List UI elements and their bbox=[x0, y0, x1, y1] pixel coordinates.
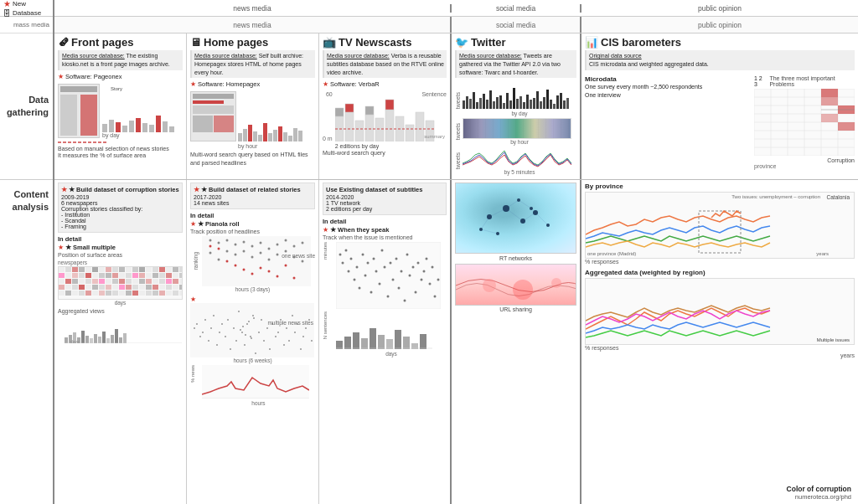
svg-rect-182 bbox=[159, 291, 165, 296]
svg-rect-92 bbox=[65, 267, 71, 272]
survey-grid: 1 2 3 The three most important Problems bbox=[754, 75, 855, 169]
data-gathering-row: 🗞 Front pages Media source database: The… bbox=[54, 33, 858, 180]
svg-point-263 bbox=[255, 352, 256, 354]
agg-responses-label: % responses bbox=[585, 345, 855, 351]
svg-rect-146 bbox=[173, 279, 178, 284]
database-item: 🗄 Database bbox=[3, 9, 49, 18]
svg-rect-69 bbox=[560, 93, 562, 109]
svg-rect-88 bbox=[821, 114, 838, 122]
svg-point-327 bbox=[434, 296, 437, 298]
svg-point-303 bbox=[367, 262, 370, 265]
pianola-scatter-svg bbox=[190, 303, 314, 357]
svg-rect-58 bbox=[523, 102, 525, 109]
tv-detail-label: In detail bbox=[323, 218, 447, 225]
svg-rect-111 bbox=[65, 273, 71, 278]
svg-rect-120 bbox=[126, 273, 132, 278]
svg-rect-134 bbox=[92, 279, 98, 284]
data-gathering-label: Datagathering bbox=[7, 94, 49, 120]
svg-rect-22 bbox=[288, 136, 292, 141]
tv-y-axis: 60 0 m bbox=[323, 91, 333, 141]
svg-point-274 bbox=[286, 327, 287, 329]
svg-point-250 bbox=[219, 332, 220, 333]
svg-point-309 bbox=[384, 266, 386, 269]
svg-rect-339 bbox=[420, 334, 426, 349]
svg-point-276 bbox=[292, 315, 293, 316]
svg-point-209 bbox=[218, 248, 220, 250]
svg-point-287 bbox=[248, 321, 250, 322]
svg-rect-165 bbox=[173, 285, 178, 290]
svg-point-207 bbox=[209, 252, 212, 255]
svg-rect-49 bbox=[493, 101, 495, 109]
svg-point-300 bbox=[359, 287, 361, 290]
svg-rect-334 bbox=[378, 335, 385, 349]
svg-point-212 bbox=[226, 250, 229, 253]
svg-point-328 bbox=[437, 279, 440, 281]
svg-rect-112 bbox=[72, 273, 78, 278]
svg-rect-194 bbox=[94, 334, 97, 343]
microdata-title: Microdata bbox=[585, 75, 751, 83]
microdata-detail: One survey every month ~2,500 respondent… bbox=[585, 83, 751, 91]
tv-chart: Sentence summary 2 editions by day bbox=[335, 91, 447, 149]
svg-rect-147 bbox=[179, 279, 182, 284]
home-bar-svg bbox=[238, 91, 309, 141]
svg-point-286 bbox=[245, 334, 246, 336]
svg-rect-185 bbox=[179, 291, 182, 296]
header-row: ★ New 🗄 Database news media social media… bbox=[0, 0, 858, 17]
svg-rect-29 bbox=[355, 121, 364, 141]
tv-track-sub: Track when the issue is mentioned bbox=[323, 234, 447, 240]
social-media-label: social media bbox=[496, 4, 535, 13]
svg-point-273 bbox=[283, 344, 285, 346]
twitter-gathering-col: 🐦 Twitter Media source database: Tweets … bbox=[452, 33, 581, 179]
svg-point-311 bbox=[390, 262, 392, 265]
by-5min-tw: by 5 minutes bbox=[463, 169, 576, 175]
svg-point-264 bbox=[258, 332, 260, 333]
svg-rect-18 bbox=[268, 133, 272, 141]
front-framing: - Framing bbox=[61, 224, 179, 229]
svg-rect-290 bbox=[202, 365, 309, 399]
home-scroll-bars: by hour bbox=[238, 91, 315, 149]
tv-sentences-chart: N sentences bbox=[323, 311, 447, 357]
svg-point-223 bbox=[260, 242, 262, 244]
svg-rect-181 bbox=[152, 291, 158, 296]
home-pages-icon: 🖥 bbox=[190, 36, 201, 49]
svg-rect-191 bbox=[81, 331, 85, 343]
svg-point-242 bbox=[196, 323, 198, 325]
tv-analysis-col: Use Existing dataset of subtitles 2014-2… bbox=[319, 180, 452, 504]
svg-point-284 bbox=[240, 329, 241, 331]
svg-point-351 bbox=[520, 219, 525, 224]
newspapers-label: newspapers bbox=[58, 260, 183, 265]
svg-rect-51 bbox=[499, 95, 502, 109]
svg-rect-56 bbox=[516, 99, 519, 109]
multiple-issues-label: Multiple issues bbox=[817, 337, 850, 342]
catalonia-label: Catalonia bbox=[827, 194, 850, 200]
svg-point-252 bbox=[225, 336, 226, 337]
tweets-5min-svg bbox=[463, 147, 571, 167]
svg-rect-166 bbox=[179, 285, 182, 290]
svg-rect-24 bbox=[298, 131, 302, 141]
svg-point-253 bbox=[227, 319, 229, 321]
dashed-line-svg bbox=[58, 140, 108, 145]
by-day-label: by day bbox=[102, 132, 183, 138]
svg-rect-9 bbox=[163, 121, 168, 132]
svg-rect-183 bbox=[166, 291, 172, 296]
svg-rect-60 bbox=[530, 100, 532, 109]
tweets-day-svg bbox=[463, 84, 571, 109]
front-page-mock: Story bbox=[58, 84, 100, 138]
twitter-title: 🐦 Twitter bbox=[455, 36, 576, 49]
svg-point-218 bbox=[243, 250, 246, 253]
svg-rect-150 bbox=[72, 285, 78, 290]
pianola-scatter: multiple news sites bbox=[190, 303, 315, 357]
tv-when-svg bbox=[336, 242, 441, 309]
province-lines: Catalonia one province (Madrid) years Tw… bbox=[585, 192, 855, 259]
twitter-icon: 🐦 bbox=[455, 36, 468, 49]
pianola-chart2-header: ★ bbox=[190, 296, 315, 303]
microdata-desc: Microdata One survey every month ~2,500 … bbox=[585, 75, 751, 169]
svg-rect-154 bbox=[99, 285, 105, 290]
svg-rect-198 bbox=[111, 335, 114, 343]
front-dataset-title: ★ ★ Build dataset of corruption stories bbox=[61, 186, 179, 193]
svg-point-302 bbox=[364, 275, 367, 277]
tv-years: 2014-2020 bbox=[326, 194, 443, 200]
home-pages-source: Media source database: Self built archiv… bbox=[190, 50, 315, 78]
svg-rect-105 bbox=[152, 267, 158, 272]
svg-rect-68 bbox=[556, 95, 559, 109]
